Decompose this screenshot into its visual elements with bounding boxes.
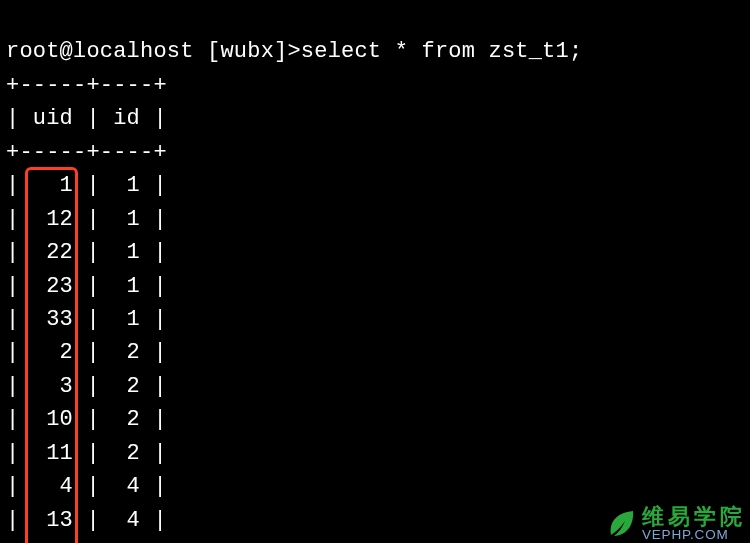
- table-row: | 3 | 2 |: [6, 374, 167, 399]
- watermark-url: VEPHP.COM: [642, 528, 746, 542]
- table-row: | 33 | 1 |: [6, 307, 167, 332]
- table-row: | 11 | 2 |: [6, 441, 167, 466]
- prompt: root@localhost [wubx]>: [6, 39, 301, 64]
- leaf-icon: [606, 508, 636, 538]
- sql-command: select * from zst_t1;: [301, 39, 582, 64]
- table-body: | 1 | 1 | | 12 | 1 | | 22 | 1 | | 23 | 1…: [6, 169, 744, 543]
- table-row: | 12 | 1 |: [6, 207, 167, 232]
- table-row: | 22 | 1 |: [6, 240, 167, 265]
- watermark-title: 维易学院: [642, 506, 746, 528]
- table-row: | 1 | 1 |: [6, 173, 167, 198]
- table-row: | 2 | 2 |: [6, 340, 167, 365]
- table-row: | 10 | 2 |: [6, 407, 167, 432]
- table-border-mid: +-----+----+: [6, 140, 167, 165]
- table-row: | 13 | 4 |: [6, 508, 167, 533]
- table-row: | 23 | 1 |: [6, 274, 167, 299]
- table-border-top: +-----+----+: [6, 73, 167, 98]
- table-header: | uid | id |: [6, 106, 167, 131]
- watermark: 维易学院 VEPHP.COM: [606, 506, 746, 542]
- table-row: | 4 | 4 |: [6, 474, 167, 499]
- terminal[interactable]: root@localhost [wubx]>select * from zst_…: [0, 0, 750, 543]
